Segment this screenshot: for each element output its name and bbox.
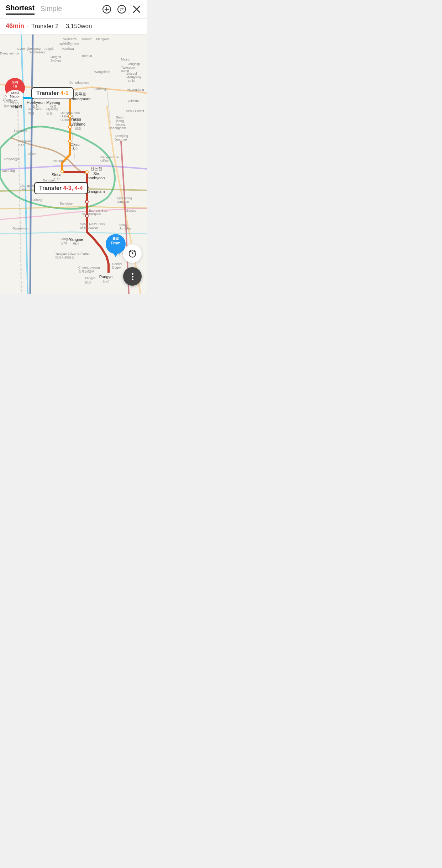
add-pin-icon[interactable] — [102, 4, 112, 14]
dot-sinsa — [60, 170, 64, 173]
svg-text:도착: 도착 — [12, 80, 19, 84]
header: Shortest Simple ⇄ — [0, 0, 147, 35]
tab-shortest[interactable]: Shortest — [6, 4, 35, 15]
travel-time: 46min — [6, 22, 24, 30]
tab-simple[interactable]: Simple — [40, 5, 62, 14]
transfer-label-1: Transfer 4-1 — [31, 87, 74, 99]
transfer-count: Transfer 2 — [31, 23, 59, 30]
station-geumho: Geumho금호 — [70, 122, 85, 131]
close-icon[interactable] — [132, 4, 142, 14]
station-pangyo: Pangyo판교 — [99, 275, 112, 284]
svg-text:Station: Station — [10, 95, 21, 98]
transfer-label-2: Transfer 4-3, 4-4 — [34, 182, 88, 194]
cost: 3,150won — [66, 23, 92, 30]
separator-2: · — [62, 23, 63, 29]
svg-text:To: To — [13, 84, 17, 88]
map-container[interactable]: Jongno3(sam)-ga Euljiro3(sam)-ga Euljiro… — [0, 35, 147, 294]
station-sinnonhyeon: 신논현Sinnonhyeon — [88, 166, 105, 180]
station-gangnam: Gangnam — [88, 189, 105, 194]
dot-ycforest — [85, 214, 89, 218]
svg-text:Seoul: Seoul — [11, 91, 20, 95]
dot-sinnonhyeon — [85, 170, 89, 174]
svg-text:⇄: ⇄ — [120, 7, 124, 12]
station-yangjae-label: Yangjae양재 — [69, 237, 83, 246]
dot-oksu — [68, 139, 72, 143]
station-oksu: Oksu옥수 — [70, 142, 80, 151]
svg-text:출발: 출발 — [112, 237, 119, 240]
more-button[interactable] — [123, 267, 142, 286]
dot-2 — [132, 276, 133, 277]
transfer-icon[interactable]: ⇄ — [117, 4, 127, 14]
separator-1: · — [27, 23, 28, 29]
station-sinsa: Sinsa신사 — [52, 173, 62, 181]
destination-pin: 도착 To Seoul Station — [4, 75, 27, 105]
svg-text:From: From — [111, 241, 121, 245]
dot-yaksu — [68, 115, 72, 118]
route-info-bar: 46min · Transfer 2 · 3,150won — [0, 19, 147, 35]
dot-geumho — [68, 125, 72, 129]
station-hoehyeon: Hoehyeon회현 — [27, 100, 44, 109]
dot-3 — [132, 279, 133, 280]
station-myeong: Myeong명동 — [46, 100, 60, 109]
alarm-button[interactable] — [123, 244, 142, 263]
dot-1 — [132, 273, 133, 275]
dot-yangjae — [85, 200, 89, 203]
